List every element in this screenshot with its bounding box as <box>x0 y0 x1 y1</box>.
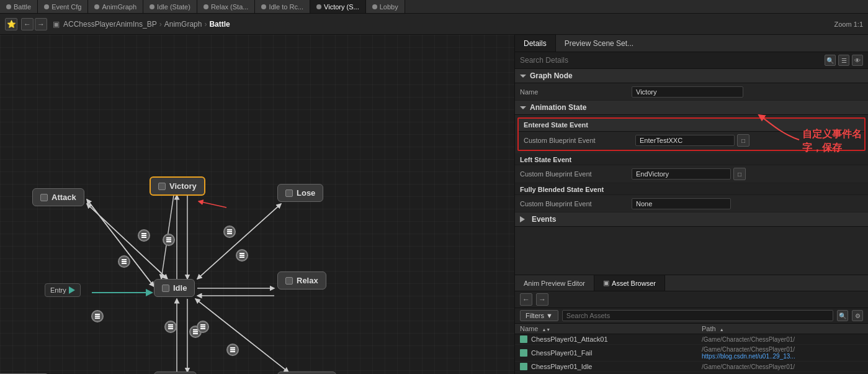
asset-name-0: ChessPlayer01_Attack01 <box>531 335 702 343</box>
enter-event-input[interactable] <box>635 135 735 146</box>
asset-row-0[interactable]: ChessPlayer01_Attack01 /Game/Character/C… <box>515 334 868 345</box>
transition-circle-5[interactable] <box>164 321 177 333</box>
view-options-icon[interactable]: ☰ <box>838 55 849 66</box>
left-custom-label: Custom Blueprint Event <box>520 170 632 178</box>
breadcrumb-root[interactable]: ACChessPlayerAnimIns_BP <box>63 20 157 29</box>
attack-node[interactable]: Attack <box>32 188 84 206</box>
asset-rows: ChessPlayer01_Attack01 /Game/Character/C… <box>515 334 868 374</box>
entry-arrow-icon <box>69 286 75 294</box>
graph-node-section-header[interactable]: Graph Node <box>515 69 868 83</box>
sort-arrows: ▲▼ <box>542 327 550 332</box>
left-event-input[interactable] <box>632 168 731 180</box>
forward-button[interactable]: → <box>35 18 47 30</box>
tab-details[interactable]: Details <box>515 35 556 52</box>
graph-canvas[interactable]: Victory Lose Attack Idle Relax Run Provo… <box>0 35 514 374</box>
name-label: Name <box>520 88 632 96</box>
svg-line-7 <box>197 204 281 279</box>
tab-anim-preview[interactable]: Anim Preview Editor <box>515 275 594 291</box>
tab-eventcfg[interactable]: Event Cfg <box>38 0 88 14</box>
zoom-label: Zoom 1:1 <box>834 21 863 28</box>
col-name[interactable]: Name ▲▼ <box>520 325 702 332</box>
fully-blended-input[interactable] <box>632 198 731 209</box>
relax-node[interactable]: Relax <box>277 271 326 290</box>
transition-circle-3[interactable] <box>223 226 236 238</box>
col-path[interactable]: Path ▲ <box>702 325 863 332</box>
transition-circle-10[interactable] <box>118 255 130 268</box>
filters-button[interactable]: Filters ▼ <box>520 310 558 321</box>
transition-circle-9[interactable] <box>226 344 239 356</box>
details-search-input[interactable] <box>520 56 821 65</box>
search-icons: 🔍 ☰ 👁 <box>825 55 863 66</box>
idle-node[interactable]: Idle <box>154 279 195 297</box>
node-icon <box>285 189 293 197</box>
breadcrumb-sub[interactable]: AnimGraph <box>164 20 202 29</box>
tab-dot <box>44 4 49 9</box>
enter-event-btn[interactable]: □ <box>737 134 749 147</box>
eye-icon[interactable]: 👁 <box>852 55 863 66</box>
victory-node[interactable]: Victory <box>150 176 205 196</box>
events-section-header[interactable]: Events <box>515 212 868 227</box>
svg-line-15 <box>87 204 168 279</box>
collapse-icon <box>520 106 526 109</box>
transition-circle-4[interactable] <box>236 249 248 262</box>
victory-label: Victory <box>169 181 197 191</box>
tab-label: Event Cfg <box>51 3 81 11</box>
transition-circle-8[interactable] <box>197 321 209 333</box>
asset-settings-icon[interactable]: ⚙ <box>852 310 863 321</box>
right-panel: Details Preview Scene Set... 🔍 ☰ 👁 Graph… <box>514 35 868 374</box>
node-icon <box>40 194 48 201</box>
fully-blended-label: Fully Blended State Event <box>515 183 868 195</box>
tab-idletorc[interactable]: Idle to Rc... <box>255 0 310 14</box>
tab-asset-browser[interactable]: ▣ Asset Browser <box>594 275 665 291</box>
transition-circle-1[interactable] <box>138 229 150 242</box>
animation-state-section-header[interactable]: Animation State <box>515 101 868 115</box>
entered-state-label: Entered State Event <box>524 121 588 129</box>
asset-browser-icon: ▣ <box>603 279 609 287</box>
tab-dot <box>94 4 99 9</box>
asset-name-2: ChessPlayer01_Idle <box>531 363 702 370</box>
asset-icon-2 <box>520 363 527 370</box>
left-value: □ <box>632 168 863 180</box>
enter-custom-label: Custom Blueprint Event <box>524 137 635 144</box>
fully-blended-value <box>632 198 863 209</box>
svg-line-13 <box>195 299 289 372</box>
collapse-icon <box>520 75 526 78</box>
tab-battle[interactable]: Battle <box>0 0 38 14</box>
tab-dot <box>204 4 208 9</box>
search-magnify-icon[interactable]: 🔍 <box>825 55 836 66</box>
left-event-btn[interactable]: □ <box>733 168 746 180</box>
back-button[interactable]: ← <box>21 18 34 30</box>
asset-row-2[interactable]: ChessPlayer01_Idle /Game/Character/Chess… <box>515 362 868 372</box>
tab-preview[interactable]: Preview Scene Set... <box>556 35 642 52</box>
annotation-chinese-text: 自定义事件名 字，保存 <box>802 127 862 155</box>
asset-search-icon[interactable]: 🔍 <box>837 310 848 321</box>
provoke-node[interactable]: Provoke <box>277 372 336 374</box>
home-button[interactable]: ⭐ <box>5 18 17 30</box>
tab-dot <box>150 4 154 9</box>
animation-state-label: Animation State <box>530 103 586 112</box>
asset-icon-1 <box>520 349 527 357</box>
tab-label: Relax (Sta... <box>211 3 249 11</box>
tab-idle[interactable]: Idle (State) <box>143 0 197 14</box>
asset-row-1[interactable]: ChessPlayer01_Fail /Game/Character/Chess… <box>515 345 868 362</box>
asset-name-1: ChessPlayer01_Fail <box>531 349 702 357</box>
left-event-row: Custom Blueprint Event □ <box>515 165 868 183</box>
run-node[interactable]: Run <box>154 372 197 374</box>
asset-path-0: /Game/Character/ChessPlayer01/ <box>702 336 863 343</box>
asset-forward-button[interactable]: → <box>536 293 548 306</box>
entry-node: Entry <box>45 283 81 297</box>
tab-lobby[interactable]: Lobby <box>366 0 405 14</box>
name-input[interactable] <box>632 86 743 98</box>
tab-victory[interactable]: Victory (S... <box>310 0 366 14</box>
asset-back-button[interactable]: ← <box>520 293 532 306</box>
events-section-label: Events <box>532 215 556 224</box>
transition-circle-7[interactable] <box>91 310 104 322</box>
idle-label: Idle <box>173 283 187 293</box>
asset-search-input[interactable] <box>562 310 833 321</box>
transition-circle-2[interactable] <box>163 234 175 246</box>
tab-label: Lobby <box>380 3 398 11</box>
tab-animgraph[interactable]: AnimGraph <box>88 0 143 14</box>
lose-node[interactable]: Lose <box>277 184 323 202</box>
breadcrumb-sep1: › <box>159 20 162 29</box>
tab-relax[interactable]: Relax (Sta... <box>197 0 256 14</box>
